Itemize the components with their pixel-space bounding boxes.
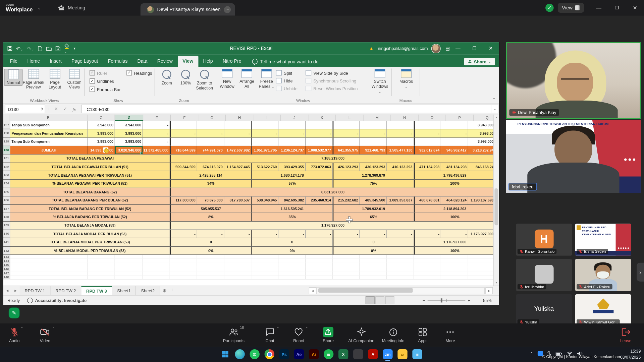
cell-B142[interactable]: % BELANJA MODAL PER TRIWULAN (53): [10, 247, 170, 255]
show-checkbox-ruler[interactable]: ✓Ruler: [90, 70, 121, 75]
zoom-percentage[interactable]: 55%: [483, 298, 492, 303]
row-header-139[interactable]: 139: [3, 222, 10, 230]
cell-L134[interactable]: 75%: [333, 180, 414, 188]
sheet-tab-sheet2[interactable]: Sheet2: [136, 286, 160, 295]
cell-L137[interactable]: 1.789.932.019: [333, 205, 414, 213]
start-button[interactable]: [220, 349, 230, 359]
cell-O132[interactable]: 471.134.293: [414, 163, 441, 171]
row-header-134[interactable]: 134: [3, 180, 10, 188]
cell-L133[interactable]: 1.278.369.879: [333, 171, 414, 179]
insert-function-icon[interactable]: fx: [70, 107, 79, 112]
cell-O148[interactable]: [414, 276, 441, 279]
cell-G143[interactable]: [197, 255, 224, 259]
chevron-down-icon[interactable]: ⌄: [38, 6, 41, 10]
window-button-new-window[interactable]: New Window: [218, 69, 236, 89]
video-second-speaker[interactable]: PENYUSUNAN RPD TRIWULAN III KEMENTERIAN …: [506, 120, 641, 193]
cell-F137[interactable]: 505.955.537: [170, 205, 251, 213]
cell-N143[interactable]: [387, 255, 414, 259]
cell-Q129[interactable]: 3.993.000: [468, 138, 494, 146]
show-checkbox-formula-bar[interactable]: ✓Formula Bar: [90, 86, 121, 92]
whatsapp-icon[interactable]: ✆: [250, 349, 259, 359]
cell-L144[interactable]: [333, 259, 360, 263]
cell-O138[interactable]: 100%: [414, 213, 494, 221]
cell-J143[interactable]: [278, 255, 306, 259]
cell-F130[interactable]: 716.644.599: [170, 146, 197, 154]
cell-G144[interactable]: [197, 259, 224, 263]
cell-O130[interactable]: 932.012.674: [414, 146, 441, 154]
cell-C143[interactable]: [88, 255, 115, 259]
cell-O128[interactable]: -: [414, 129, 441, 137]
sheet-tab-rpd-tw-3[interactable]: RPD TW 3: [81, 286, 112, 295]
column-header-F[interactable]: F: [171, 115, 198, 121]
cell-K128[interactable]: -: [306, 129, 333, 137]
toolbar-participants[interactable]: 10⌃Participants: [223, 327, 245, 343]
cell-B145[interactable]: [10, 263, 88, 267]
cell-M127[interactable]: [360, 121, 387, 129]
cell-G130[interactable]: 744.991.070: [197, 146, 224, 154]
cell-G136[interactable]: 70.875.000: [197, 196, 224, 204]
checkbox-icon[interactable]: ✓: [90, 70, 95, 75]
cell-G140[interactable]: -: [197, 230, 224, 238]
annotate-button[interactable]: ✎: [9, 308, 19, 318]
hscroll-left-icon[interactable]: ◄: [309, 287, 316, 294]
cell-E148[interactable]: [143, 276, 170, 279]
toolbar-share[interactable]: Share: [323, 327, 334, 343]
tell-me-box[interactable]: Tell me what you want to do: [252, 59, 318, 67]
cell-K136[interactable]: 235.460.914: [306, 196, 333, 204]
toolbar-chat[interactable]: ⌃Chat: [265, 327, 274, 343]
cell-D145[interactable]: [115, 263, 143, 267]
cell-J129[interactable]: [278, 138, 306, 146]
cell-L136[interactable]: 215.232.682: [333, 196, 360, 204]
cell-F139[interactable]: 1.176.927.000: [170, 222, 494, 230]
cell-F128[interactable]: -: [170, 129, 197, 137]
cell-G146[interactable]: [197, 267, 224, 271]
cell-C144[interactable]: [88, 259, 115, 263]
row-header-135[interactable]: 135: [3, 188, 10, 196]
column-header-P[interactable]: P: [446, 115, 474, 121]
cell-I128[interactable]: -: [251, 129, 278, 137]
cell-H136[interactable]: 317.780.537: [224, 196, 252, 204]
row-header-145[interactable]: 145: [3, 263, 10, 267]
zoom-app-icon[interactable]: zm: [383, 349, 392, 359]
cell-G129[interactable]: [197, 138, 224, 146]
sheet-tab-sheet1[interactable]: Sheet1: [112, 286, 136, 295]
photoshop-icon[interactable]: Ps: [279, 349, 289, 359]
cell-P146[interactable]: [441, 267, 468, 271]
cell-P136[interactable]: 464.828.124: [441, 196, 468, 204]
cell-B144[interactable]: [10, 259, 88, 263]
cell-Q147[interactable]: [468, 272, 494, 275]
cell-L127[interactable]: [333, 121, 360, 129]
selected-cell-D130[interactable]: 3.020.948.000: [115, 146, 143, 154]
cell-H127[interactable]: [224, 121, 252, 129]
cell-I142[interactable]: 0%: [251, 247, 332, 255]
workbook-view-normal[interactable]: Normal: [4, 69, 22, 86]
cell-M130[interactable]: 921.468.793: [360, 146, 387, 154]
horizontal-scroll-thumb[interactable]: [318, 288, 413, 293]
cell-F142[interactable]: 0%: [170, 247, 251, 255]
name-box[interactable]: D130 ▾: [5, 105, 45, 113]
window-button-arrange-all[interactable]: Arrange All: [237, 69, 256, 89]
formula-bar-expand-icon[interactable]: ⌄: [491, 105, 499, 113]
cell-M147[interactable]: [360, 272, 387, 275]
cell-M136[interactable]: 485.345.500: [360, 196, 387, 204]
zoom-in-icon[interactable]: +: [468, 298, 471, 303]
select-all-corner[interactable]: [3, 115, 9, 121]
cell-D148[interactable]: [115, 276, 143, 279]
cell-K145[interactable]: [306, 263, 333, 267]
cell-O140[interactable]: -: [414, 230, 441, 238]
scroll-up-icon[interactable]: ▲: [494, 115, 499, 120]
excel-icon[interactable]: X: [338, 349, 348, 359]
cell-I127[interactable]: [251, 121, 278, 129]
cell-K132[interactable]: 773.072.063: [306, 163, 333, 171]
switch-windows-button[interactable]: Switch Windows⌄: [370, 69, 390, 94]
toolbar-leave[interactable]: Leave: [620, 327, 631, 343]
cell-H143[interactable]: [224, 255, 252, 259]
toolbar-react[interactable]: ⌃React: [293, 327, 304, 343]
cell-O145[interactable]: [414, 263, 441, 267]
cell-N147[interactable]: [387, 272, 414, 275]
cell-H148[interactable]: [224, 276, 252, 279]
cell-Q143[interactable]: [468, 255, 494, 259]
cell-M145[interactable]: [360, 263, 387, 267]
cell-K144[interactable]: [306, 259, 333, 263]
cell-L148[interactable]: [333, 276, 360, 279]
